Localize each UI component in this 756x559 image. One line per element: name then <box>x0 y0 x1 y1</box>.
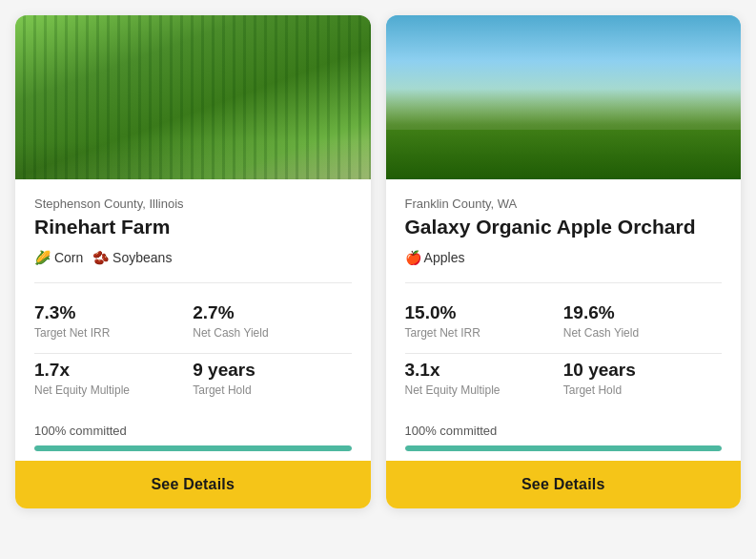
card-tags: 🍎 Apples <box>405 250 723 265</box>
card-location: Stephenson County, Illinois <box>34 197 352 211</box>
cards-container: Stephenson County, IllinoisRinehart Farm… <box>15 15 741 508</box>
stat-item: 7.3%Target Net IRR <box>34 297 193 353</box>
card-image-apple <box>386 15 742 179</box>
stat-value: 15.0% <box>405 302 563 324</box>
stat-item: 15.0%Target Net IRR <box>405 297 563 353</box>
stat-label: Net Equity Multiple <box>34 383 193 397</box>
stat-label: Net Equity Multiple <box>405 383 563 397</box>
stat-value: 2.7% <box>193 302 351 324</box>
progress-bar-fill <box>405 445 723 451</box>
stat-value: 1.7x <box>34 360 193 382</box>
card-tags: 🌽 Corn🫘 Soybeans <box>34 250 352 265</box>
stat-item: 9 yearsTarget Hold <box>193 354 351 410</box>
card-committed: 100% committed <box>15 410 371 461</box>
stat-label: Net Cash Yield <box>193 326 351 340</box>
stats-section: 15.0%Target Net IRR19.6%Net Cash Yield3.… <box>386 282 742 410</box>
stat-value: 3.1x <box>405 360 563 382</box>
card-title: Galaxy Organic Apple Orchard <box>405 215 723 238</box>
stat-label: Target Net IRR <box>405 326 563 340</box>
stat-value: 10 years <box>563 360 722 382</box>
card-galaxy-orchard: Franklin County, WAGalaxy Organic Apple … <box>386 15 742 508</box>
card-stats: 15.0%Target Net IRR19.6%Net Cash Yield3.… <box>405 297 723 410</box>
card-tag: 🌽 Corn <box>34 250 83 265</box>
card-title: Rinehart Farm <box>34 215 352 238</box>
stat-value: 9 years <box>193 360 351 382</box>
card-body-galaxy-orchard: Franklin County, WAGalaxy Organic Apple … <box>386 179 742 282</box>
card-body-rinehart-farm: Stephenson County, IllinoisRinehart Farm… <box>15 179 371 282</box>
stat-label: Net Cash Yield <box>563 326 722 340</box>
card-image-corn <box>15 15 371 179</box>
stat-item: 10 yearsTarget Hold <box>563 354 722 410</box>
progress-bar-fill <box>34 445 352 451</box>
progress-bar-bg <box>34 445 352 451</box>
card-tag: 🫘 Soybeans <box>92 250 172 265</box>
card-rinehart-farm: Stephenson County, IllinoisRinehart Farm… <box>15 15 371 508</box>
see-details-button[interactable]: See Details <box>386 461 742 508</box>
stat-value: 19.6% <box>563 302 722 324</box>
card-tag: 🍎 Apples <box>405 250 465 265</box>
stat-item: 2.7%Net Cash Yield <box>193 297 351 353</box>
stat-item: 1.7xNet Equity Multiple <box>34 354 193 410</box>
see-details-button[interactable]: See Details <box>15 461 371 508</box>
card-committed: 100% committed <box>386 410 742 461</box>
card-location: Franklin County, WA <box>405 197 723 211</box>
card-stats: 7.3%Target Net IRR2.7%Net Cash Yield1.7x… <box>34 297 352 410</box>
stat-label: Target Hold <box>193 383 351 397</box>
committed-text: 100% committed <box>405 424 723 438</box>
committed-text: 100% committed <box>34 424 352 438</box>
stats-section: 7.3%Target Net IRR2.7%Net Cash Yield1.7x… <box>15 282 371 410</box>
stat-value: 7.3% <box>34 302 193 324</box>
stat-item: 3.1xNet Equity Multiple <box>405 354 563 410</box>
stat-item: 19.6%Net Cash Yield <box>563 297 722 353</box>
stat-label: Target Net IRR <box>34 326 193 340</box>
stat-label: Target Hold <box>563 383 722 397</box>
progress-bar-bg <box>405 445 723 451</box>
